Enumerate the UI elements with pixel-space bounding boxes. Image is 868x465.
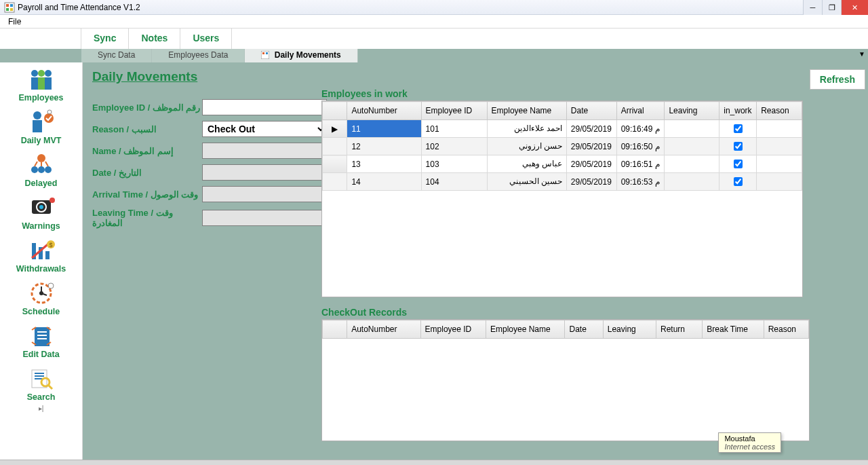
table-row[interactable]: 14104حسين الحسيني29/05/2019م 09:16:53 — [323, 173, 802, 191]
svg-rect-13 — [45, 77, 52, 90]
tab-sync-data[interactable]: Sync Data — [81, 49, 152, 62]
edit-data-icon — [25, 323, 58, 349]
sidebar-scroll-icon[interactable]: ▸| — [0, 405, 82, 412]
svg-rect-15 — [33, 120, 42, 132]
search-icon — [25, 366, 58, 392]
column-header[interactable] — [323, 102, 347, 120]
arrival-field — [202, 186, 327, 202]
column-header[interactable]: AutoNumber — [347, 320, 420, 339]
toolbar-users[interactable]: Users — [180, 29, 232, 49]
column-header[interactable]: Employee Name — [487, 102, 566, 120]
svg-point-9 — [38, 70, 45, 77]
svg-rect-2 — [10, 4, 13, 7]
svg-point-14 — [33, 111, 41, 119]
column-header[interactable]: Date — [565, 320, 603, 339]
svg-point-16 — [44, 113, 54, 123]
in-work-checkbox[interactable] — [734, 160, 743, 168]
sidebar-item-label: Edit Data — [22, 350, 59, 359]
table-row[interactable]: 12102حسن ارزوني29/05/2019م 09:16:50 — [323, 138, 802, 155]
employees-grid[interactable]: AutoNumberEmployee IDEmployee NameDateAr… — [321, 100, 803, 297]
table-row[interactable]: ▶11101احمد علاءالدين29/05/2019م 09:16:49 — [323, 120, 802, 138]
sidebar-item-label: Delayed — [25, 179, 58, 188]
employee-id-input[interactable] — [202, 99, 327, 115]
svg-rect-35 — [37, 331, 47, 333]
column-header[interactable]: AutoNumber — [347, 102, 421, 120]
svg-point-19 — [31, 166, 38, 173]
svg-point-24 — [39, 205, 43, 209]
sidebar-item-schedule[interactable]: Schedule — [0, 276, 82, 319]
toolbar-sync[interactable]: Sync — [81, 29, 129, 49]
svg-point-25 — [50, 198, 55, 203]
leaving-field — [202, 210, 327, 226]
sidebar-item-label: Warnings — [22, 221, 60, 231]
svg-point-21 — [45, 166, 52, 173]
form-panel: Employee ID / رقم الموظف Reason / السبب … — [92, 99, 327, 234]
tab-label: Daily Movements — [275, 50, 341, 60]
content-panel: Daily Movements Refresh Employee ID / رق… — [83, 62, 868, 460]
column-header[interactable]: Leaving — [603, 320, 656, 339]
svg-rect-4 — [10, 8, 13, 11]
in-work-checkbox[interactable] — [734, 124, 743, 133]
tab-daily-movements[interactable]: Daily Movements — [245, 49, 357, 62]
column-header[interactable]: Date — [566, 102, 616, 120]
svg-point-18 — [37, 154, 45, 162]
sidebar-item-label: Search — [27, 392, 56, 402]
daily-mvt-icon — [25, 109, 58, 135]
sidebar-item-delayed[interactable]: Delayed — [0, 148, 82, 191]
menu-file[interactable]: File — [4, 16, 25, 28]
close-button[interactable]: ✕ — [841, 0, 868, 15]
reason-select[interactable]: Check Out — [202, 121, 327, 137]
in-work-checkbox[interactable] — [734, 177, 743, 186]
arrival-label: Arrival Time / وقت الوصول — [92, 189, 202, 200]
sidebar-item-withdrawals[interactable]: $ Withdrawals — [0, 234, 82, 276]
sidebar-item-employees[interactable]: Employees — [0, 62, 82, 105]
column-header[interactable]: Employee ID — [421, 102, 487, 120]
column-header[interactable]: Arrival — [616, 102, 665, 120]
statusbar — [0, 460, 868, 465]
refresh-button[interactable]: Refresh — [810, 69, 865, 90]
column-header[interactable]: Reason — [757, 102, 802, 120]
checkout-grid[interactable]: AutoNumberEmployee IDEmployee NameDateLe… — [321, 319, 810, 441]
column-header[interactable]: Return — [656, 320, 703, 339]
sidebar-item-search[interactable]: Search — [0, 362, 82, 405]
restore-button[interactable]: ❐ — [822, 0, 841, 15]
column-header[interactable]: Employee ID — [420, 320, 486, 339]
svg-point-33 — [48, 283, 54, 289]
tab-label: Employees Data — [168, 50, 228, 60]
table-row[interactable]: 13103عباس وهبي29/05/2019م 09:16:51 — [323, 155, 802, 173]
delayed-icon — [25, 152, 58, 178]
network-tooltip: Moustafa Internet access — [718, 432, 781, 453]
sidebar-item-label: Withdrawals — [16, 264, 66, 274]
checkout-records-title: CheckOut Records — [321, 307, 407, 318]
svg-rect-1 — [6, 4, 9, 7]
toolbar-notes[interactable]: Notes — [128, 29, 180, 49]
svg-rect-39 — [35, 373, 44, 374]
svg-rect-40 — [35, 375, 44, 377]
column-header[interactable] — [323, 320, 347, 339]
sidebar: Employees Daily MVT Delayed Warnings $ W… — [0, 62, 83, 460]
svg-rect-12 — [38, 77, 45, 90]
svg-rect-7 — [266, 52, 268, 54]
menubar: File — [0, 15, 868, 29]
in-work-checkbox[interactable] — [734, 142, 743, 151]
tabs-dropdown-icon[interactable]: ▼ — [859, 50, 865, 58]
minimize-button[interactable]: ─ — [803, 0, 822, 15]
column-header[interactable]: Employee Name — [486, 320, 564, 339]
column-header[interactable]: Reason — [764, 320, 808, 339]
employees-icon — [25, 67, 58, 92]
sidebar-item-daily-mvt[interactable]: Daily MVT — [0, 105, 82, 148]
sidebar-item-edit-data[interactable]: Edit Data — [0, 319, 82, 362]
reason-label: Reason / السبب — [92, 124, 202, 134]
tooltip-line1: Moustafa — [724, 434, 775, 443]
sidebar-item-label: Schedule — [22, 307, 60, 316]
svg-rect-3 — [6, 8, 9, 11]
sidebar-item-warnings[interactable]: Warnings — [0, 191, 82, 234]
column-header[interactable]: Leaving — [665, 102, 719, 120]
tab-employees-data[interactable]: Employees Data — [152, 49, 245, 62]
column-header[interactable]: in_work — [719, 102, 757, 120]
svg-rect-11 — [31, 77, 38, 90]
tabstrip: Sync Data Employees Data Daily Movements… — [0, 49, 868, 62]
warnings-icon — [25, 195, 58, 221]
window-title: Payroll and Time Attendance V1.2 — [18, 3, 140, 12]
column-header[interactable]: Break Time — [703, 320, 764, 339]
